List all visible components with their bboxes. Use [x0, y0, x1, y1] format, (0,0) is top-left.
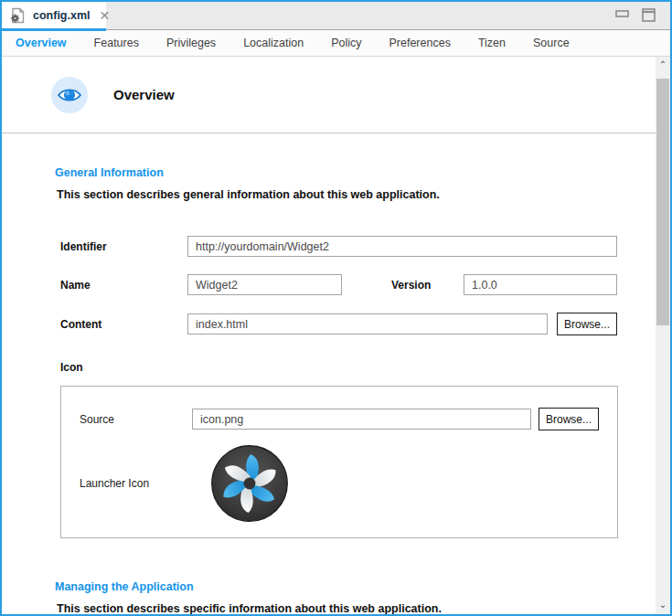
eye-icon [51, 77, 88, 113]
nav-tab-tizen[interactable]: Tizen [478, 37, 506, 49]
identifier-input[interactable] [187, 236, 617, 257]
nav-tab-features[interactable]: Features [94, 37, 139, 49]
scrollbar-thumb[interactable] [656, 79, 669, 325]
tab-close-icon[interactable]: ✕ [100, 9, 111, 22]
editor-content: Overview General Information This sectio… [2, 57, 670, 614]
general-information-heading: General Information [55, 166, 646, 179]
nav-tab-overview[interactable]: Overview [16, 37, 67, 49]
nav-tab-localization[interactable]: Localization [243, 37, 304, 49]
icon-browse-button[interactable]: Browse... [539, 408, 599, 430]
nav-tab-privileges[interactable]: Privileges [166, 37, 216, 49]
page-header: Overview [2, 57, 670, 133]
nav-tab-preferences[interactable]: Preferences [389, 37, 450, 49]
scroll-down-icon[interactable]: ⌄ [656, 597, 670, 612]
name-label: Name [55, 279, 187, 292]
config-file-gear-icon [10, 7, 26, 24]
tab-title: config.xml [33, 9, 91, 22]
config-editor-window: config.xml ✕ Overview Features Privilege… [0, 0, 672, 616]
nav-tab-policy[interactable]: Policy [331, 37, 361, 49]
managing-application-description: This section describes specific informat… [55, 602, 646, 615]
version-input[interactable] [464, 274, 617, 295]
content-input[interactable] [187, 313, 548, 335]
form-page-navbar: Overview Features Privileges Localizatio… [2, 30, 670, 57]
minimize-icon[interactable] [615, 10, 630, 29]
editor-tabstrip: config.xml ✕ [2, 2, 670, 30]
icon-group-label: Icon [55, 361, 646, 374]
general-information-description: This section describes general informati… [55, 188, 646, 201]
identifier-label: Identifier [55, 240, 187, 253]
icon-groupbox: Source Browse... Launcher Icon [60, 386, 618, 538]
content-row: Content Browse... [55, 313, 646, 335]
nav-tab-source[interactable]: Source [533, 37, 570, 49]
launcher-icon-row: Launcher Icon [80, 443, 617, 524]
icon-source-row: Source Browse... [80, 408, 617, 430]
window-controls [615, 2, 670, 29]
identifier-row: Identifier [55, 236, 646, 257]
name-version-row: Name Version [55, 274, 646, 295]
managing-application-heading: Managing the Application [55, 580, 646, 593]
vertical-scrollbar[interactable]: ⌃ ⌄ [656, 57, 670, 614]
launcher-icon-label: Launcher Icon [80, 477, 192, 490]
icon-source-input[interactable] [192, 409, 531, 430]
icon-source-label: Source [80, 413, 192, 426]
page-title: Overview [113, 87, 175, 102]
maximize-icon[interactable] [642, 8, 656, 29]
tizen-pinwheel-icon [209, 443, 290, 524]
scroll-up-icon[interactable]: ⌃ [656, 57, 670, 72]
name-input[interactable] [187, 274, 342, 295]
version-label: Version [386, 279, 464, 292]
content-label: Content [55, 318, 187, 331]
tab-config-xml[interactable]: config.xml ✕ [2, 2, 106, 31]
content-browse-button[interactable]: Browse... [557, 313, 617, 335]
